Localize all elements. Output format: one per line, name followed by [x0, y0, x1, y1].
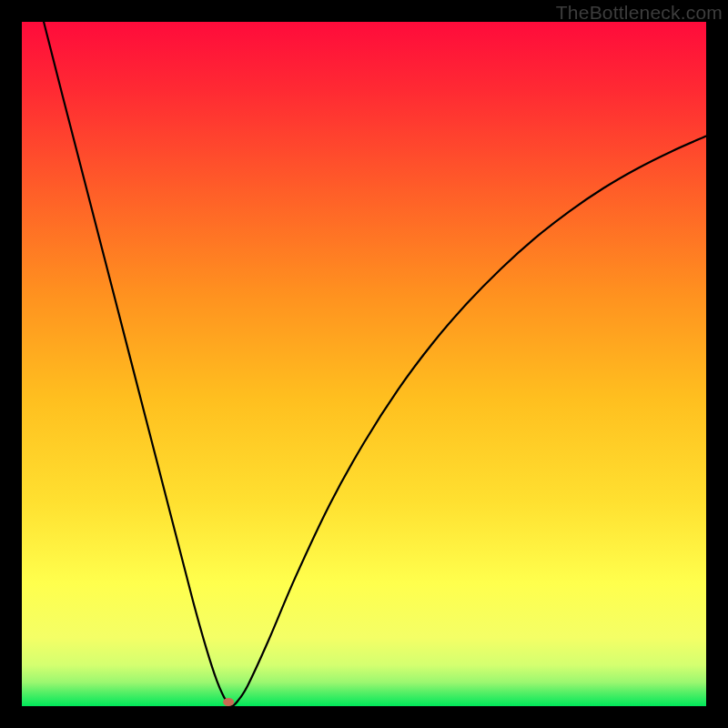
- watermark-text: TheBottleneck.com: [556, 2, 723, 24]
- chart-frame: [22, 22, 706, 706]
- bottleneck-chart: [22, 22, 706, 706]
- minimum-marker: [223, 698, 234, 706]
- gradient-background: [22, 22, 706, 706]
